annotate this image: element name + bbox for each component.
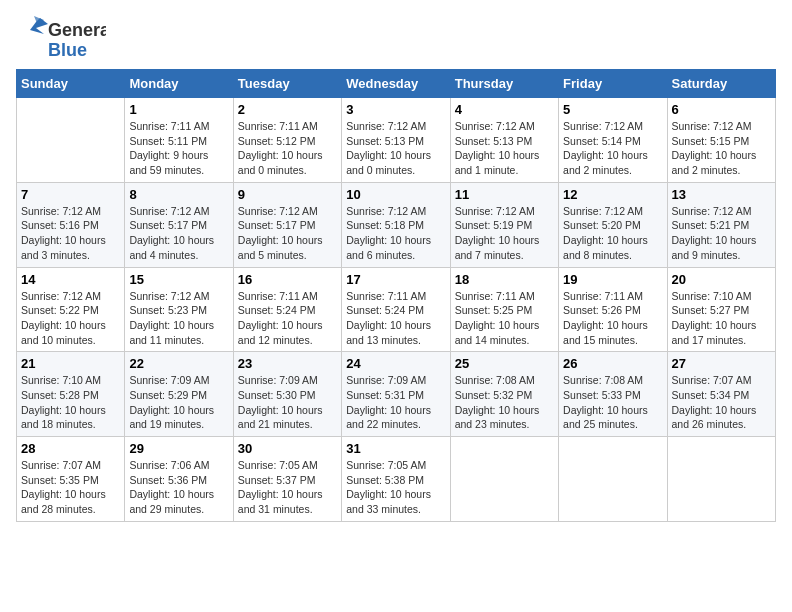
weekday-header-cell: Thursday [450, 70, 558, 98]
calendar-day-cell: 14Sunrise: 7:12 AM Sunset: 5:22 PM Dayli… [17, 267, 125, 352]
calendar-week-row: 28Sunrise: 7:07 AM Sunset: 5:35 PM Dayli… [17, 437, 776, 522]
day-info: Sunrise: 7:05 AM Sunset: 5:38 PM Dayligh… [346, 458, 445, 517]
day-info: Sunrise: 7:12 AM Sunset: 5:13 PM Dayligh… [346, 119, 445, 178]
day-number: 20 [672, 272, 771, 287]
day-number: 13 [672, 187, 771, 202]
day-number: 18 [455, 272, 554, 287]
calendar-day-cell [667, 437, 775, 522]
day-info: Sunrise: 7:12 AM Sunset: 5:17 PM Dayligh… [129, 204, 228, 263]
calendar-day-cell: 25Sunrise: 7:08 AM Sunset: 5:32 PM Dayli… [450, 352, 558, 437]
calendar-day-cell: 13Sunrise: 7:12 AM Sunset: 5:21 PM Dayli… [667, 182, 775, 267]
day-info: Sunrise: 7:06 AM Sunset: 5:36 PM Dayligh… [129, 458, 228, 517]
day-info: Sunrise: 7:08 AM Sunset: 5:32 PM Dayligh… [455, 373, 554, 432]
calendar-day-cell: 30Sunrise: 7:05 AM Sunset: 5:37 PM Dayli… [233, 437, 341, 522]
calendar-day-cell [450, 437, 558, 522]
weekday-header-cell: Monday [125, 70, 233, 98]
day-number: 17 [346, 272, 445, 287]
calendar-day-cell: 8Sunrise: 7:12 AM Sunset: 5:17 PM Daylig… [125, 182, 233, 267]
day-info: Sunrise: 7:11 AM Sunset: 5:24 PM Dayligh… [346, 289, 445, 348]
calendar-week-row: 14Sunrise: 7:12 AM Sunset: 5:22 PM Dayli… [17, 267, 776, 352]
day-number: 12 [563, 187, 662, 202]
calendar-day-cell: 27Sunrise: 7:07 AM Sunset: 5:34 PM Dayli… [667, 352, 775, 437]
day-number: 6 [672, 102, 771, 117]
day-number: 23 [238, 356, 337, 371]
weekday-header-cell: Wednesday [342, 70, 450, 98]
day-info: Sunrise: 7:09 AM Sunset: 5:30 PM Dayligh… [238, 373, 337, 432]
day-info: Sunrise: 7:12 AM Sunset: 5:19 PM Dayligh… [455, 204, 554, 263]
calendar-day-cell: 26Sunrise: 7:08 AM Sunset: 5:33 PM Dayli… [559, 352, 667, 437]
day-info: Sunrise: 7:12 AM Sunset: 5:17 PM Dayligh… [238, 204, 337, 263]
calendar-week-row: 7Sunrise: 7:12 AM Sunset: 5:16 PM Daylig… [17, 182, 776, 267]
day-number: 26 [563, 356, 662, 371]
day-number: 8 [129, 187, 228, 202]
calendar-day-cell: 4Sunrise: 7:12 AM Sunset: 5:13 PM Daylig… [450, 98, 558, 183]
day-info: Sunrise: 7:12 AM Sunset: 5:18 PM Dayligh… [346, 204, 445, 263]
logo: General Blue [16, 16, 106, 61]
calendar-day-cell: 20Sunrise: 7:10 AM Sunset: 5:27 PM Dayli… [667, 267, 775, 352]
calendar-day-cell: 16Sunrise: 7:11 AM Sunset: 5:24 PM Dayli… [233, 267, 341, 352]
weekday-header-cell: Tuesday [233, 70, 341, 98]
day-number: 15 [129, 272, 228, 287]
day-number: 30 [238, 441, 337, 456]
day-info: Sunrise: 7:09 AM Sunset: 5:29 PM Dayligh… [129, 373, 228, 432]
calendar-day-cell: 28Sunrise: 7:07 AM Sunset: 5:35 PM Dayli… [17, 437, 125, 522]
day-number: 10 [346, 187, 445, 202]
calendar-day-cell: 29Sunrise: 7:06 AM Sunset: 5:36 PM Dayli… [125, 437, 233, 522]
day-number: 7 [21, 187, 120, 202]
calendar-body: 1Sunrise: 7:11 AM Sunset: 5:11 PM Daylig… [17, 98, 776, 522]
day-number: 2 [238, 102, 337, 117]
calendar-day-cell: 21Sunrise: 7:10 AM Sunset: 5:28 PM Dayli… [17, 352, 125, 437]
calendar-day-cell: 10Sunrise: 7:12 AM Sunset: 5:18 PM Dayli… [342, 182, 450, 267]
calendar-day-cell: 24Sunrise: 7:09 AM Sunset: 5:31 PM Dayli… [342, 352, 450, 437]
day-number: 31 [346, 441, 445, 456]
weekday-header-cell: Friday [559, 70, 667, 98]
day-number: 29 [129, 441, 228, 456]
calendar-day-cell: 5Sunrise: 7:12 AM Sunset: 5:14 PM Daylig… [559, 98, 667, 183]
calendar-day-cell [559, 437, 667, 522]
day-info: Sunrise: 7:11 AM Sunset: 5:12 PM Dayligh… [238, 119, 337, 178]
day-number: 28 [21, 441, 120, 456]
calendar-week-row: 21Sunrise: 7:10 AM Sunset: 5:28 PM Dayli… [17, 352, 776, 437]
day-info: Sunrise: 7:12 AM Sunset: 5:20 PM Dayligh… [563, 204, 662, 263]
day-number: 9 [238, 187, 337, 202]
calendar-day-cell: 23Sunrise: 7:09 AM Sunset: 5:30 PM Dayli… [233, 352, 341, 437]
calendar-day-cell: 19Sunrise: 7:11 AM Sunset: 5:26 PM Dayli… [559, 267, 667, 352]
day-info: Sunrise: 7:07 AM Sunset: 5:34 PM Dayligh… [672, 373, 771, 432]
day-number: 4 [455, 102, 554, 117]
calendar-day-cell: 1Sunrise: 7:11 AM Sunset: 5:11 PM Daylig… [125, 98, 233, 183]
calendar-day-cell: 9Sunrise: 7:12 AM Sunset: 5:17 PM Daylig… [233, 182, 341, 267]
day-info: Sunrise: 7:12 AM Sunset: 5:23 PM Dayligh… [129, 289, 228, 348]
day-number: 21 [21, 356, 120, 371]
calendar-day-cell: 7Sunrise: 7:12 AM Sunset: 5:16 PM Daylig… [17, 182, 125, 267]
calendar-day-cell: 17Sunrise: 7:11 AM Sunset: 5:24 PM Dayli… [342, 267, 450, 352]
day-info: Sunrise: 7:10 AM Sunset: 5:27 PM Dayligh… [672, 289, 771, 348]
calendar-day-cell: 11Sunrise: 7:12 AM Sunset: 5:19 PM Dayli… [450, 182, 558, 267]
calendar-day-cell [17, 98, 125, 183]
day-info: Sunrise: 7:09 AM Sunset: 5:31 PM Dayligh… [346, 373, 445, 432]
calendar-table: SundayMondayTuesdayWednesdayThursdayFrid… [16, 69, 776, 522]
day-info: Sunrise: 7:11 AM Sunset: 5:25 PM Dayligh… [455, 289, 554, 348]
calendar-day-cell: 15Sunrise: 7:12 AM Sunset: 5:23 PM Dayli… [125, 267, 233, 352]
day-info: Sunrise: 7:12 AM Sunset: 5:16 PM Dayligh… [21, 204, 120, 263]
day-info: Sunrise: 7:12 AM Sunset: 5:15 PM Dayligh… [672, 119, 771, 178]
svg-text:General: General [48, 20, 106, 40]
day-info: Sunrise: 7:10 AM Sunset: 5:28 PM Dayligh… [21, 373, 120, 432]
weekday-header-cell: Sunday [17, 70, 125, 98]
day-info: Sunrise: 7:11 AM Sunset: 5:26 PM Dayligh… [563, 289, 662, 348]
day-number: 19 [563, 272, 662, 287]
day-info: Sunrise: 7:05 AM Sunset: 5:37 PM Dayligh… [238, 458, 337, 517]
day-number: 14 [21, 272, 120, 287]
day-number: 16 [238, 272, 337, 287]
calendar-day-cell: 6Sunrise: 7:12 AM Sunset: 5:15 PM Daylig… [667, 98, 775, 183]
calendar-day-cell: 31Sunrise: 7:05 AM Sunset: 5:38 PM Dayli… [342, 437, 450, 522]
day-number: 25 [455, 356, 554, 371]
day-info: Sunrise: 7:11 AM Sunset: 5:11 PM Dayligh… [129, 119, 228, 178]
day-info: Sunrise: 7:12 AM Sunset: 5:14 PM Dayligh… [563, 119, 662, 178]
day-info: Sunrise: 7:07 AM Sunset: 5:35 PM Dayligh… [21, 458, 120, 517]
svg-text:Blue: Blue [48, 40, 87, 60]
weekday-header-cell: Saturday [667, 70, 775, 98]
calendar-day-cell: 12Sunrise: 7:12 AM Sunset: 5:20 PM Dayli… [559, 182, 667, 267]
calendar-day-cell: 18Sunrise: 7:11 AM Sunset: 5:25 PM Dayli… [450, 267, 558, 352]
day-info: Sunrise: 7:12 AM Sunset: 5:22 PM Dayligh… [21, 289, 120, 348]
day-number: 1 [129, 102, 228, 117]
